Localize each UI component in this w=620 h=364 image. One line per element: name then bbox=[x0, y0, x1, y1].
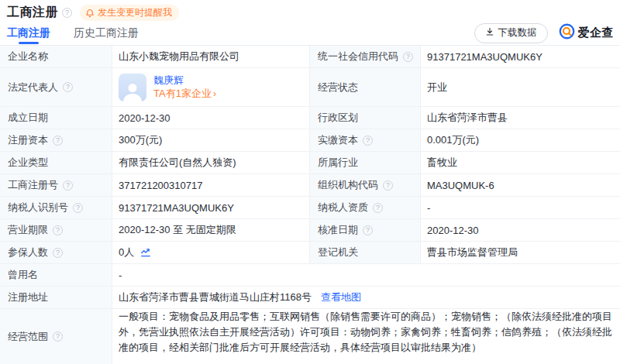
help-icon[interactable]: ? bbox=[53, 331, 63, 342]
field-label: 工商注册号? bbox=[0, 174, 112, 196]
help-icon[interactable]: ? bbox=[363, 225, 373, 235]
aiqicha-logo-icon bbox=[559, 23, 575, 43]
help-icon[interactable]: ? bbox=[373, 203, 383, 213]
table-row: 工商注册号? 371721200310717 组织机构代码? MA3UQMUK-… bbox=[0, 174, 620, 197]
table-row: 纳税人识别号? 91371721MA3UQMUK6Y 纳税人资质? - bbox=[0, 197, 620, 219]
business-term-value: 2020-12-30 至 无固定期限 bbox=[112, 219, 310, 241]
field-label: 组织机构代码? bbox=[310, 174, 421, 196]
table-row: 参保人数? 0人 登记机关 曹县市场监督管理局 bbox=[0, 242, 620, 264]
field-label: 经营范围? bbox=[0, 309, 112, 364]
registration-table: 企业名称 山东小魏宠物用品有限公司 统一社会信用代码? 91371721MA3U… bbox=[0, 45, 620, 364]
field-label: 经营状态 bbox=[310, 68, 421, 106]
registration-authority-value: 曹县市场监督管理局 bbox=[421, 242, 620, 263]
field-label: 登记机关 bbox=[310, 242, 421, 263]
tab-business-registration[interactable]: 工商注册 bbox=[7, 21, 50, 45]
business-scope-value: 一般项目：宠物食品及用品零售；互联网销售（除销售需要许可的商品）；宠物销售；（除… bbox=[112, 309, 620, 364]
field-label: 企业类型 bbox=[0, 152, 112, 173]
field-label: 企业名称 bbox=[0, 46, 112, 67]
tabs: 工商注册 历史工商注册 bbox=[7, 21, 139, 45]
help-icon[interactable]: ? bbox=[403, 52, 413, 62]
taxpayer-qualification-value: - bbox=[421, 197, 620, 218]
page-title: 工商注册 bbox=[7, 5, 58, 21]
download-icon bbox=[485, 27, 494, 39]
establish-date-value: 2020-12-30 bbox=[112, 107, 310, 129]
bell-icon bbox=[85, 9, 95, 18]
insured-count-value: 0人 bbox=[119, 246, 134, 259]
field-label: 参保人数? bbox=[0, 242, 112, 263]
tab-actions: 下载数据 爱企查 bbox=[474, 23, 615, 43]
change-alert-label: 发生变更时提醒我 bbox=[98, 6, 172, 19]
field-label: 注册地址 bbox=[0, 287, 112, 308]
field-label: 所属行业 bbox=[310, 152, 421, 173]
field-label: 纳税人资质? bbox=[310, 197, 421, 218]
tab-history-registration[interactable]: 历史工商注册 bbox=[74, 21, 139, 45]
help-icon[interactable]: ? bbox=[63, 82, 73, 92]
table-row: 法定代表人? 魏庚辉 TA有1家企业› 经营状态 开业 bbox=[0, 68, 620, 107]
registered-address-value: 山东省菏泽市曹县曹城街道马山庄村1168号 bbox=[119, 290, 312, 304]
registration-number-value: 371721200310717 bbox=[112, 174, 310, 196]
table-row: 企业名称 山东小魏宠物用品有限公司 统一社会信用代码? 91371721MA3U… bbox=[0, 46, 620, 68]
table-row: 成立日期 2020-12-30 行政区划 山东省菏泽市曹县 bbox=[0, 107, 620, 129]
insured-count-cell: 0人 bbox=[112, 242, 310, 263]
table-row: 注册地址 山东省菏泽市曹县曹城街道马山庄村1168号 查看地图 bbox=[0, 287, 620, 309]
paid-in-capital-value: 0.001万(元) bbox=[421, 129, 620, 151]
brand-name: 爱企查 bbox=[578, 26, 615, 40]
field-label: 行政区划 bbox=[310, 107, 421, 129]
table-row: 注册资本? 300万(元) 实缴资本? 0.001万(元) bbox=[0, 129, 620, 152]
help-icon[interactable]: ? bbox=[62, 8, 72, 18]
field-label: 实缴资本? bbox=[310, 129, 421, 151]
page-header: 工商注册 ? 发生变更时提醒我 bbox=[0, 0, 620, 21]
table-row: 曾用名 - bbox=[0, 264, 620, 287]
former-name-value: - bbox=[112, 264, 620, 286]
credit-code-value: 91371721MA3UQMUK6Y bbox=[421, 46, 620, 67]
table-row: 营业期限? 2020-12-30 至 无固定期限 核准日期? 2020-12-3… bbox=[0, 219, 620, 242]
field-label: 纳税人识别号? bbox=[0, 197, 112, 218]
view-map-link[interactable]: 查看地图 bbox=[321, 290, 361, 304]
help-icon[interactable]: ? bbox=[53, 225, 63, 235]
taxpayer-id-value: 91371721MA3UQMUK6Y bbox=[112, 197, 310, 218]
field-label: 营业期限? bbox=[0, 219, 112, 241]
district-value: 山东省菏泽市曹县 bbox=[421, 107, 620, 129]
legal-representative-link[interactable]: 魏庚辉 bbox=[153, 74, 216, 87]
chevron-right-icon: › bbox=[213, 88, 216, 99]
approval-date-value: 2020-12-30 bbox=[421, 219, 620, 241]
person-avatar[interactable] bbox=[119, 74, 146, 101]
field-label: 曾用名 bbox=[0, 264, 112, 286]
table-row: 企业类型 有限责任公司(自然人独资) 所属行业 畜牧业 bbox=[0, 152, 620, 174]
table-row: 经营范围? 一般项目：宠物食品及用品零售；互联网销售（除销售需要许可的商品）；宠… bbox=[0, 309, 620, 364]
organization-code-value: MA3UQMUK-6 bbox=[421, 174, 620, 196]
help-icon[interactable]: ? bbox=[53, 248, 63, 258]
help-icon[interactable]: ? bbox=[73, 203, 83, 213]
company-name-value: 山东小魏宠物用品有限公司 bbox=[112, 46, 310, 67]
download-label: 下载数据 bbox=[498, 26, 537, 39]
related-companies-link[interactable]: TA有1家企业› bbox=[153, 87, 216, 101]
legal-representative-cell: 魏庚辉 TA有1家企业› bbox=[112, 68, 310, 106]
field-label: 法定代表人? bbox=[0, 68, 112, 106]
trend-chart-icon[interactable] bbox=[140, 247, 151, 258]
change-alert-badge[interactable]: 发生变更时提醒我 bbox=[80, 5, 179, 21]
help-icon[interactable]: ? bbox=[63, 180, 73, 191]
help-icon[interactable]: ? bbox=[383, 180, 393, 191]
business-status-value: 开业 bbox=[421, 68, 620, 106]
tab-bar: 工商注册 历史工商注册 下载数据 爱企查 bbox=[0, 21, 620, 45]
field-label: 统一社会信用代码? bbox=[310, 46, 421, 67]
industry-value: 畜牧业 bbox=[421, 152, 620, 173]
field-label: 核准日期? bbox=[310, 219, 421, 241]
help-icon[interactable]: ? bbox=[363, 136, 373, 146]
help-icon[interactable]: ? bbox=[53, 136, 63, 146]
registered-capital-value: 300万(元) bbox=[112, 129, 310, 151]
field-label: 成立日期 bbox=[0, 107, 112, 129]
download-data-button[interactable]: 下载数据 bbox=[474, 23, 548, 43]
aiqicha-logo[interactable]: 爱企查 bbox=[559, 23, 615, 43]
company-type-value: 有限责任公司(自然人独资) bbox=[112, 152, 310, 173]
registered-address-cell: 山东省菏泽市曹县曹城街道马山庄村1168号 查看地图 bbox=[112, 287, 620, 308]
field-label: 注册资本? bbox=[0, 129, 112, 151]
